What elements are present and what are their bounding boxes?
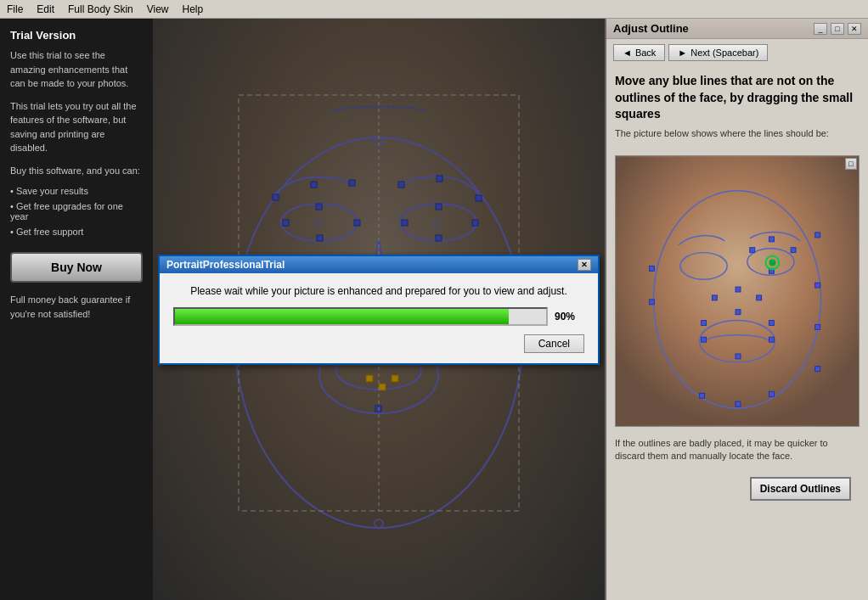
- svg-rect-50: [736, 309, 741, 314]
- dialog-message: Please wait while your picture is enhanc…: [173, 285, 584, 297]
- svg-rect-41: [815, 324, 820, 329]
- reference-image: □: [615, 155, 860, 427]
- dialog-titlebar: PortraitProfessionalTrial ✕: [160, 256, 598, 273]
- menu-bar: File Edit Full Body Skin View Help: [0, 0, 868, 19]
- sidebar: Trial Version Use this trial to see the …: [0, 19, 153, 600]
- sidebar-bullet-3: Get free support: [10, 227, 143, 237]
- svg-rect-43: [750, 247, 755, 252]
- svg-rect-58: [736, 401, 741, 407]
- sidebar-bullet-1: Save your results: [10, 186, 143, 196]
- svg-point-48: [769, 259, 775, 266]
- menu-fullbodyskin[interactable]: Full Body Skin: [61, 2, 140, 17]
- dialog-footer: Cancel: [173, 334, 584, 353]
- back-label: Back: [635, 48, 656, 58]
- ref-img-control[interactable]: □: [845, 158, 857, 170]
- svg-rect-62: [757, 295, 762, 300]
- instructions-sub: The picture below shows where the lines …: [615, 128, 860, 138]
- svg-rect-54: [769, 337, 774, 342]
- svg-rect-49: [702, 320, 707, 325]
- progress-dialog: PortraitProfessionalTrial ✕ Please wait …: [158, 255, 600, 365]
- sidebar-bullet-2: Get free upgrades for one year: [10, 201, 143, 221]
- right-panel: Adjust Outline _ □ ✕ ◄ Back ► Next (Spac…: [605, 19, 868, 600]
- right-panel-header: Adjust Outline _ □ ✕: [606, 19, 868, 39]
- dialog-body: Please wait while your picture is enhanc…: [160, 273, 598, 363]
- bottom-note: If the outlines are badly placed, it may…: [606, 430, 868, 470]
- sidebar-guarantee: Full money back guarantee if you're not …: [10, 293, 143, 321]
- svg-rect-44: [769, 237, 774, 242]
- next-button[interactable]: ► Next (Spacebar): [668, 44, 768, 61]
- svg-rect-55: [649, 266, 654, 271]
- buy-now-button[interactable]: Buy Now: [10, 252, 143, 283]
- svg-rect-61: [736, 287, 741, 292]
- svg-rect-42: [815, 367, 820, 372]
- reference-face-svg: [616, 156, 859, 426]
- next-arrow-icon: ►: [678, 48, 687, 58]
- dialog-title: PortraitProfessionalTrial: [166, 259, 285, 271]
- nav-buttons-area: ◄ Back ► Next (Spacebar): [606, 39, 868, 66]
- window-controls: _ □ ✕: [814, 23, 861, 35]
- svg-rect-40: [815, 283, 820, 288]
- progress-percentage: 90%: [555, 311, 584, 322]
- back-arrow-icon: ◄: [623, 48, 632, 58]
- back-button[interactable]: ◄ Back: [613, 44, 665, 61]
- right-panel-title: Adjust Outline: [613, 22, 689, 35]
- menu-view[interactable]: View: [140, 2, 176, 17]
- sidebar-para1: Use this trial to see the amazing enhanc…: [10, 48, 143, 91]
- progress-container: 90%: [173, 307, 584, 326]
- instructions-heading: Move any blue lines that are not on the …: [615, 73, 860, 123]
- maximize-button[interactable]: □: [831, 23, 844, 35]
- svg-rect-59: [769, 391, 774, 396]
- svg-rect-60: [712, 295, 717, 300]
- svg-rect-56: [649, 300, 654, 305]
- svg-rect-57: [700, 393, 705, 398]
- dialog-overlay: PortraitProfessionalTrial ✕ Please wait …: [153, 19, 605, 600]
- menu-edit[interactable]: Edit: [30, 2, 61, 17]
- minimize-button[interactable]: _: [814, 23, 827, 35]
- photo-area: PortraitProfessionalTrial ✕ Please wait …: [153, 19, 605, 600]
- svg-rect-51: [769, 320, 774, 325]
- svg-rect-53: [702, 337, 707, 342]
- svg-rect-45: [791, 247, 796, 252]
- discard-outlines-button[interactable]: Discard Outlines: [750, 477, 851, 501]
- progress-bar-background: [173, 307, 548, 326]
- sidebar-title: Trial Version: [10, 29, 143, 42]
- instructions-area: Move any blue lines that are not on the …: [606, 66, 868, 152]
- dialog-close-button[interactable]: ✕: [578, 259, 591, 271]
- menu-file[interactable]: File: [0, 2, 30, 17]
- menu-help[interactable]: Help: [176, 2, 211, 17]
- close-button[interactable]: ✕: [848, 23, 861, 35]
- sidebar-para3: Buy this software, and you can:: [10, 164, 143, 178]
- main-layout: Trial Version Use this trial to see the …: [0, 19, 868, 600]
- progress-bar-fill: [175, 309, 509, 324]
- sidebar-para2: This trial lets you try out all the feat…: [10, 99, 143, 155]
- next-label: Next (Spacebar): [690, 48, 758, 58]
- svg-rect-52: [736, 354, 741, 359]
- svg-rect-39: [815, 233, 820, 238]
- cancel-button[interactable]: Cancel: [524, 334, 584, 353]
